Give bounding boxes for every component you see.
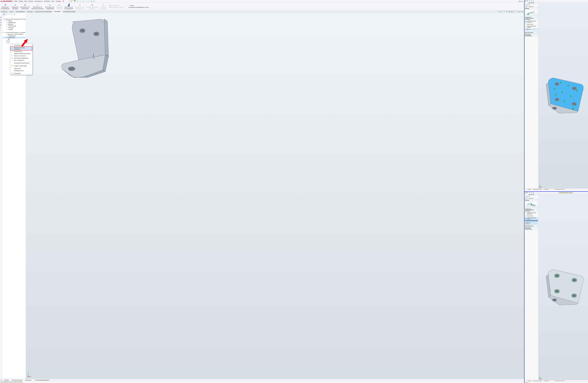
pm-opt-fixed[interactable]: Зафиксированная геометрия [525, 20, 538, 23]
pm-sec-advanced[interactable]: Дополнительно˅ [525, 32, 538, 34]
edit-appearance-icon[interactable]: ●▾ [516, 11, 518, 13]
ctx-fixed-geometry[interactable]: ⇊Зафиксированная геометрия... [10, 47, 32, 50]
view-orientation-icon[interactable]: ◨▾ [508, 11, 510, 13]
apply-material-button[interactable]: ≡Применить материал [11, 3, 20, 10]
qat-save-icon[interactable]: 💾▾ [74, 0, 76, 2]
menu-insert[interactable]: Вставка [28, 0, 34, 2]
gutter-view-palette-icon[interactable]: ◧ [0, 24, 2, 26]
pm2-tab-split[interactable]: Разделить [528, 197, 535, 199]
fixtures-advisor-button[interactable]: ⇊Консультант по креплениям [20, 3, 31, 10]
tree-fixtures[interactable]: ⇊Крепления [2, 37, 25, 39]
shell-manager-button[interactable]: ◧Менеджер оболочки [55, 3, 63, 10]
tab-mbd[interactable]: SOLIDWORKS MBD [62, 10, 77, 13]
btab-model[interactable]: Модель [3, 379, 10, 381]
fm-tab-feature-tree-icon[interactable]: 🗂 [3, 13, 5, 15]
design-insight-button[interactable]: ▦Design Insight [108, 5, 126, 6]
menu-edit[interactable]: Правка [18, 0, 24, 2]
gutter-forum-icon[interactable]: ▭ [0, 32, 2, 34]
hide-show-icon[interactable]: 👁▾ [514, 11, 516, 13]
menu-view[interactable]: Вид [24, 0, 27, 2]
pm-opt-hinge[interactable]: Зафиксированный шарнир [525, 25, 538, 28]
inset-btab-study[interactable]: ◔ Статический анализ 1 [550, 188, 567, 190]
inset-btab-3d[interactable]: Трехмерные виды [532, 188, 543, 190]
qat-print-icon[interactable]: 🖨▾ [76, 0, 79, 2]
menu-tools[interactable]: Инструменты [34, 0, 43, 2]
pm-selection-list[interactable]: Грань<1> [525, 28, 538, 32]
ctx-fixed-hinge[interactable]: ⌿Зафиксированный шарнир... [10, 52, 32, 55]
pm2-tab-type[interactable]: Тип [525, 197, 528, 199]
tree-history[interactable]: ▸🕒History [2, 20, 25, 22]
report-button[interactable]: 📄Отчет [127, 5, 150, 6]
qat-gear-icon[interactable]: ⚙▾ [93, 0, 95, 2]
feature-filter[interactable]: ▽ [2, 16, 26, 18]
deformed-result-button[interactable]: ▩Деформированный результат [85, 3, 99, 10]
prev-view-icon[interactable]: ↶ [503, 11, 505, 13]
tree-root[interactable]: ▾◈Деталь1 (По умолчанию<<По умол [2, 18, 25, 20]
tree-front-plane[interactable]: ◇Спереди [2, 27, 25, 29]
tree-study-root[interactable]: ▾◔Статический анализ 1 (-По умолчанию- [2, 32, 25, 33]
pm-sec-symbol[interactable]: Настройки обозначения˅ [525, 34, 538, 37]
fm-tab-config-icon[interactable]: ⧉ [8, 13, 10, 15]
view-settings-icon[interactable]: ▤▾ [521, 11, 524, 13]
inset2-btab-3d[interactable]: Трехмерные виды [532, 380, 543, 382]
study-advisor-button[interactable]: ◔Консультант исследования [0, 3, 10, 10]
pm-sec-standard[interactable]: Стандартный (Зафиксированная геометрия)˄ [525, 17, 538, 20]
fm-tab-dimxpert-icon[interactable]: ⊕ [11, 13, 13, 15]
pm2-cancel-icon[interactable]: ✖ [527, 196, 527, 197]
fm-tab-display-icon[interactable]: ◑ [13, 13, 16, 15]
pm-tab-cfg-icon[interactable]: ⧉ [528, 0, 530, 2]
tab-dimxpert[interactable]: DimXpert [26, 10, 34, 13]
fm-tab-property-icon[interactable]: ≣ [5, 13, 8, 15]
qat-new-icon[interactable]: ▭▾ [69, 0, 71, 2]
tree-connections[interactable]: ∞Соединения [2, 35, 25, 37]
tab-features[interactable]: Элементы [0, 10, 9, 13]
pm-tab-dx-icon[interactable]: ⊕ [530, 0, 532, 2]
pm2-tab-tree-icon[interactable]: 🗂 [525, 192, 526, 193]
tree-study-part[interactable]: ◈Деталь1 (-7075-T6 (SN)-) [2, 33, 25, 35]
tree-top-plane[interactable]: ◇Сверху [2, 29, 25, 30]
ctx-bearing[interactable]: ◉Крепление подшипника... [10, 57, 32, 59]
tree-annotations[interactable]: ✎Примечания [2, 22, 25, 23]
gutter-custom-props-icon[interactable]: ≡ [0, 29, 2, 31]
section-view-icon[interactable]: ◩ [506, 11, 508, 13]
zoom-area-icon[interactable]: 🔎 [501, 11, 503, 13]
qat-eye-icon[interactable]: 👁 [88, 0, 90, 2]
tab-addins[interactable]: Добавления SOLIDWORKS [34, 10, 53, 13]
display-style-icon[interactable]: ▣▾ [511, 11, 513, 13]
results-advisor-button[interactable]: ◔Консультант по результатам [74, 3, 85, 10]
tab-sketch[interactable]: Эскиз [9, 10, 15, 13]
apply-scene-icon[interactable]: ◐▾ [519, 11, 521, 13]
qat-open-icon[interactable]: 📂▾ [71, 0, 73, 2]
pm2-tab-prop-icon[interactable]: ≣ [527, 192, 528, 193]
pm-tab-type[interactable]: Тип [525, 6, 528, 7]
pm-ok-icon[interactable]: ✔ [525, 4, 526, 5]
pm-tab-prop-icon[interactable]: ≣ [527, 0, 528, 2]
ctx-copy[interactable]: 📋Копировать [10, 72, 32, 74]
pm-sec-example[interactable]: Пример˄ [525, 7, 538, 9]
tree-material[interactable]: ≡7075-T6 (SN) [2, 25, 25, 27]
qat-rebuild-icon[interactable]: ↻ [80, 0, 82, 2]
pm2-tab-cfg-icon[interactable]: ⧉ [528, 192, 530, 193]
pm2-opt-roller[interactable]: Ролик/ползун [525, 215, 538, 217]
inset2-btab-anim[interactable]: Анимация1 [543, 380, 550, 382]
tab-simulation[interactable]: Simulation [53, 10, 62, 13]
compare-results-button[interactable]: ◫Сравнить результаты [99, 3, 108, 10]
pm2-selection-list[interactable]: Грань<2> Грань<1> [525, 222, 538, 225]
pm-tab-disp-icon[interactable]: ◑ [532, 0, 534, 2]
inset-btab-anim[interactable]: Анимация1 [543, 188, 550, 190]
menu-simulation[interactable]: Simulation [43, 0, 51, 2]
menu-window[interactable]: Окно [51, 0, 55, 2]
qat-select-icon[interactable]: ▭▾ [82, 0, 84, 2]
pm2-pin-icon[interactable]: 📌 [528, 196, 529, 197]
inset2-btab-study[interactable]: ◔ Статический анализ 1 [550, 380, 567, 382]
ctx-new-folder[interactable]: 📁Создать новую папку [10, 65, 32, 67]
run-study-button[interactable]: ▟Запустить это исследование [63, 3, 74, 10]
zoom-fit-icon[interactable]: 🔍 [498, 11, 500, 13]
menu-help[interactable]: Справка [55, 0, 62, 2]
inset-btab-model[interactable]: Модель [527, 188, 532, 190]
gutter-resources-icon[interactable]: ◆ [0, 17, 2, 18]
ctx-advanced[interactable]: Расширенные крепления... [10, 62, 32, 64]
pm-pin-icon[interactable]: 📌 [528, 4, 529, 5]
inset2-btab-model[interactable]: Модель [527, 380, 532, 382]
qat-settings-icon[interactable]: ▦ [91, 0, 93, 2]
